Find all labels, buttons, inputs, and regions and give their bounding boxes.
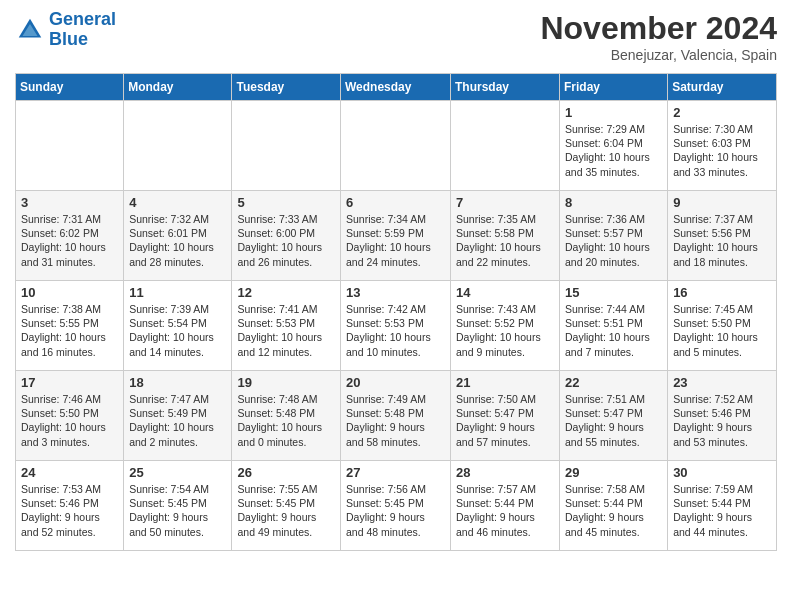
cell-info: Sunrise: 7:55 AM Sunset: 5:45 PM Dayligh… bbox=[237, 482, 335, 539]
calendar-cell: 27Sunrise: 7:56 AM Sunset: 5:45 PM Dayli… bbox=[341, 461, 451, 551]
cell-day-number: 17 bbox=[21, 375, 118, 390]
calendar-week-4: 17Sunrise: 7:46 AM Sunset: 5:50 PM Dayli… bbox=[16, 371, 777, 461]
cell-day-number: 9 bbox=[673, 195, 771, 210]
calendar-cell: 9Sunrise: 7:37 AM Sunset: 5:56 PM Daylig… bbox=[668, 191, 777, 281]
cell-info: Sunrise: 7:46 AM Sunset: 5:50 PM Dayligh… bbox=[21, 392, 118, 449]
cell-day-number: 8 bbox=[565, 195, 662, 210]
calendar-cell: 26Sunrise: 7:55 AM Sunset: 5:45 PM Dayli… bbox=[232, 461, 341, 551]
calendar-cell: 24Sunrise: 7:53 AM Sunset: 5:46 PM Dayli… bbox=[16, 461, 124, 551]
cell-info: Sunrise: 7:30 AM Sunset: 6:03 PM Dayligh… bbox=[673, 122, 771, 179]
cell-info: Sunrise: 7:53 AM Sunset: 5:46 PM Dayligh… bbox=[21, 482, 118, 539]
cell-day-number: 1 bbox=[565, 105, 662, 120]
cell-info: Sunrise: 7:57 AM Sunset: 5:44 PM Dayligh… bbox=[456, 482, 554, 539]
cell-info: Sunrise: 7:56 AM Sunset: 5:45 PM Dayligh… bbox=[346, 482, 445, 539]
cell-info: Sunrise: 7:59 AM Sunset: 5:44 PM Dayligh… bbox=[673, 482, 771, 539]
calendar-cell: 23Sunrise: 7:52 AM Sunset: 5:46 PM Dayli… bbox=[668, 371, 777, 461]
calendar-cell: 2Sunrise: 7:30 AM Sunset: 6:03 PM Daylig… bbox=[668, 101, 777, 191]
calendar-header-tuesday: Tuesday bbox=[232, 74, 341, 101]
header: General Blue November 2024 Benejuzar, Va… bbox=[15, 10, 777, 63]
calendar-cell: 12Sunrise: 7:41 AM Sunset: 5:53 PM Dayli… bbox=[232, 281, 341, 371]
cell-day-number: 18 bbox=[129, 375, 226, 390]
cell-day-number: 29 bbox=[565, 465, 662, 480]
calendar-cell: 30Sunrise: 7:59 AM Sunset: 5:44 PM Dayli… bbox=[668, 461, 777, 551]
cell-day-number: 25 bbox=[129, 465, 226, 480]
calendar-cell bbox=[124, 101, 232, 191]
cell-info: Sunrise: 7:48 AM Sunset: 5:48 PM Dayligh… bbox=[237, 392, 335, 449]
calendar-cell: 5Sunrise: 7:33 AM Sunset: 6:00 PM Daylig… bbox=[232, 191, 341, 281]
cell-day-number: 22 bbox=[565, 375, 662, 390]
calendar-header-friday: Friday bbox=[560, 74, 668, 101]
calendar-cell: 10Sunrise: 7:38 AM Sunset: 5:55 PM Dayli… bbox=[16, 281, 124, 371]
calendar-header-sunday: Sunday bbox=[16, 74, 124, 101]
cell-info: Sunrise: 7:32 AM Sunset: 6:01 PM Dayligh… bbox=[129, 212, 226, 269]
cell-day-number: 12 bbox=[237, 285, 335, 300]
calendar-header-saturday: Saturday bbox=[668, 74, 777, 101]
calendar-header-monday: Monday bbox=[124, 74, 232, 101]
page: General Blue November 2024 Benejuzar, Va… bbox=[0, 0, 792, 561]
cell-info: Sunrise: 7:35 AM Sunset: 5:58 PM Dayligh… bbox=[456, 212, 554, 269]
cell-day-number: 19 bbox=[237, 375, 335, 390]
cell-day-number: 20 bbox=[346, 375, 445, 390]
calendar-cell: 28Sunrise: 7:57 AM Sunset: 5:44 PM Dayli… bbox=[451, 461, 560, 551]
cell-info: Sunrise: 7:38 AM Sunset: 5:55 PM Dayligh… bbox=[21, 302, 118, 359]
calendar-cell: 16Sunrise: 7:45 AM Sunset: 5:50 PM Dayli… bbox=[668, 281, 777, 371]
cell-day-number: 21 bbox=[456, 375, 554, 390]
cell-day-number: 4 bbox=[129, 195, 226, 210]
cell-day-number: 15 bbox=[565, 285, 662, 300]
logo-blue: Blue bbox=[49, 29, 88, 49]
calendar-cell: 20Sunrise: 7:49 AM Sunset: 5:48 PM Dayli… bbox=[341, 371, 451, 461]
logo-text: General Blue bbox=[49, 10, 116, 50]
calendar-week-5: 24Sunrise: 7:53 AM Sunset: 5:46 PM Dayli… bbox=[16, 461, 777, 551]
cell-day-number: 3 bbox=[21, 195, 118, 210]
cell-info: Sunrise: 7:36 AM Sunset: 5:57 PM Dayligh… bbox=[565, 212, 662, 269]
calendar-cell: 13Sunrise: 7:42 AM Sunset: 5:53 PM Dayli… bbox=[341, 281, 451, 371]
calendar-cell: 19Sunrise: 7:48 AM Sunset: 5:48 PM Dayli… bbox=[232, 371, 341, 461]
calendar-cell: 15Sunrise: 7:44 AM Sunset: 5:51 PM Dayli… bbox=[560, 281, 668, 371]
cell-info: Sunrise: 7:49 AM Sunset: 5:48 PM Dayligh… bbox=[346, 392, 445, 449]
cell-info: Sunrise: 7:39 AM Sunset: 5:54 PM Dayligh… bbox=[129, 302, 226, 359]
logo-icon bbox=[15, 15, 45, 45]
calendar-cell: 22Sunrise: 7:51 AM Sunset: 5:47 PM Dayli… bbox=[560, 371, 668, 461]
cell-info: Sunrise: 7:43 AM Sunset: 5:52 PM Dayligh… bbox=[456, 302, 554, 359]
calendar-cell bbox=[16, 101, 124, 191]
cell-info: Sunrise: 7:54 AM Sunset: 5:45 PM Dayligh… bbox=[129, 482, 226, 539]
cell-day-number: 5 bbox=[237, 195, 335, 210]
calendar-cell: 21Sunrise: 7:50 AM Sunset: 5:47 PM Dayli… bbox=[451, 371, 560, 461]
cell-info: Sunrise: 7:31 AM Sunset: 6:02 PM Dayligh… bbox=[21, 212, 118, 269]
cell-info: Sunrise: 7:29 AM Sunset: 6:04 PM Dayligh… bbox=[565, 122, 662, 179]
calendar-cell: 18Sunrise: 7:47 AM Sunset: 5:49 PM Dayli… bbox=[124, 371, 232, 461]
calendar-cell bbox=[232, 101, 341, 191]
calendar-cell: 1Sunrise: 7:29 AM Sunset: 6:04 PM Daylig… bbox=[560, 101, 668, 191]
calendar-cell: 3Sunrise: 7:31 AM Sunset: 6:02 PM Daylig… bbox=[16, 191, 124, 281]
calendar-cell bbox=[341, 101, 451, 191]
cell-info: Sunrise: 7:58 AM Sunset: 5:44 PM Dayligh… bbox=[565, 482, 662, 539]
cell-day-number: 10 bbox=[21, 285, 118, 300]
calendar-header-row: SundayMondayTuesdayWednesdayThursdayFrid… bbox=[16, 74, 777, 101]
cell-info: Sunrise: 7:37 AM Sunset: 5:56 PM Dayligh… bbox=[673, 212, 771, 269]
calendar-cell: 7Sunrise: 7:35 AM Sunset: 5:58 PM Daylig… bbox=[451, 191, 560, 281]
calendar-cell: 8Sunrise: 7:36 AM Sunset: 5:57 PM Daylig… bbox=[560, 191, 668, 281]
cell-info: Sunrise: 7:33 AM Sunset: 6:00 PM Dayligh… bbox=[237, 212, 335, 269]
calendar-table: SundayMondayTuesdayWednesdayThursdayFrid… bbox=[15, 73, 777, 551]
cell-day-number: 27 bbox=[346, 465, 445, 480]
calendar-cell bbox=[451, 101, 560, 191]
logo: General Blue bbox=[15, 10, 116, 50]
cell-day-number: 16 bbox=[673, 285, 771, 300]
cell-day-number: 13 bbox=[346, 285, 445, 300]
calendar-cell: 25Sunrise: 7:54 AM Sunset: 5:45 PM Dayli… bbox=[124, 461, 232, 551]
calendar-cell: 14Sunrise: 7:43 AM Sunset: 5:52 PM Dayli… bbox=[451, 281, 560, 371]
calendar-cell: 11Sunrise: 7:39 AM Sunset: 5:54 PM Dayli… bbox=[124, 281, 232, 371]
calendar-cell: 29Sunrise: 7:58 AM Sunset: 5:44 PM Dayli… bbox=[560, 461, 668, 551]
calendar-cell: 6Sunrise: 7:34 AM Sunset: 5:59 PM Daylig… bbox=[341, 191, 451, 281]
calendar-week-2: 3Sunrise: 7:31 AM Sunset: 6:02 PM Daylig… bbox=[16, 191, 777, 281]
logo-general: General bbox=[49, 9, 116, 29]
calendar-week-1: 1Sunrise: 7:29 AM Sunset: 6:04 PM Daylig… bbox=[16, 101, 777, 191]
cell-day-number: 2 bbox=[673, 105, 771, 120]
calendar-header-wednesday: Wednesday bbox=[341, 74, 451, 101]
cell-info: Sunrise: 7:50 AM Sunset: 5:47 PM Dayligh… bbox=[456, 392, 554, 449]
cell-day-number: 7 bbox=[456, 195, 554, 210]
location: Benejuzar, Valencia, Spain bbox=[540, 47, 777, 63]
cell-day-number: 30 bbox=[673, 465, 771, 480]
title-area: November 2024 Benejuzar, Valencia, Spain bbox=[540, 10, 777, 63]
cell-day-number: 6 bbox=[346, 195, 445, 210]
